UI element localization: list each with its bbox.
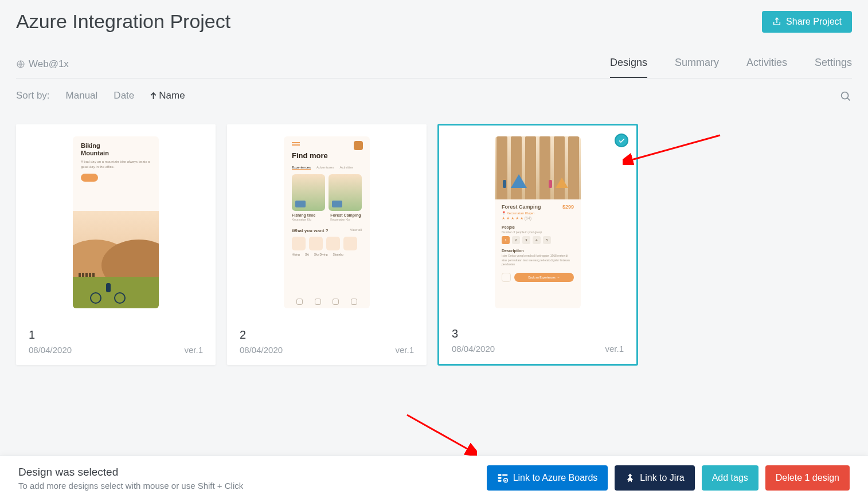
tab-summary[interactable]: Summary	[675, 57, 719, 78]
svg-rect-7	[498, 477, 501, 479]
svg-rect-9	[502, 474, 507, 476]
sort-manual[interactable]: Manual	[66, 90, 98, 101]
check-icon	[618, 137, 625, 144]
share-project-button[interactable]: Share Project	[762, 11, 852, 33]
svg-rect-6	[498, 474, 501, 476]
mock-blurb: A bad day on a mountain bike always beat…	[81, 159, 151, 169]
sort-name[interactable]: Name	[150, 90, 185, 101]
page-content: Azure Integration Project Share Project …	[0, 0, 868, 365]
platform-label: Web@1x	[29, 58, 69, 70]
design-version: ver.1	[605, 344, 624, 354]
favorite-icon	[502, 273, 511, 282]
sort-name-label: Name	[159, 90, 185, 101]
mock-cta-icon	[81, 174, 98, 182]
mock-title: Find more	[292, 151, 362, 160]
mock-bottom-nav	[291, 299, 363, 305]
link-azure-label: Link to Azure Boards	[513, 473, 598, 483]
link-jira-button[interactable]: Link to Jira	[615, 465, 694, 491]
design-date: 08/04/2020	[29, 345, 72, 355]
header-row: Azure Integration Project Share Project	[16, 0, 852, 37]
mock-chip-label: Sky Diving	[314, 253, 328, 256]
mock-hero-image	[495, 136, 581, 199]
design-card-1[interactable]: Biking Mountain A bad day on a mountain …	[16, 124, 216, 365]
tab-designs[interactable]: Designs	[610, 57, 647, 78]
link-jira-label: Link to Jira	[640, 473, 684, 483]
selection-hint: To add more designs select with mouse or…	[18, 481, 243, 491]
design-name: 2	[240, 328, 414, 342]
svg-rect-8	[498, 480, 501, 481]
svg-point-1	[842, 92, 849, 99]
design-date: 08/04/2020	[240, 345, 283, 355]
mock-chip-label: Ski	[305, 253, 309, 256]
jira-icon	[625, 473, 635, 483]
mock-section: People	[502, 225, 574, 229]
sort-row: Sort by: Manual Date Name	[16, 79, 852, 124]
design-thumbnail: Find more Experiences Adventures Activit…	[227, 124, 427, 320]
platform-indicator[interactable]: Web@1x	[16, 58, 69, 77]
design-name: 1	[29, 328, 203, 342]
svg-line-5	[407, 415, 470, 450]
star-icon: ★ ★ ★ ★ ★ (64)	[502, 216, 574, 221]
design-thumbnail: Biking Mountain A bad day on a mountain …	[16, 124, 216, 320]
search-icon[interactable]	[839, 90, 852, 103]
mock-price: $299	[562, 204, 574, 210]
design-date: 08/04/2020	[452, 344, 495, 354]
tab-settings[interactable]: Settings	[815, 57, 852, 78]
mock-caption: Fishing time	[292, 213, 315, 217]
selection-text: Design was selected To add more designs …	[18, 466, 243, 491]
mock-subtitle: Mountain	[81, 150, 109, 156]
mock-chip-label: Hiking	[292, 253, 300, 256]
mock-title: Forest Camping	[502, 204, 541, 210]
delete-label: Delete 1 design	[776, 473, 839, 483]
mock-caption: Forest Camping	[330, 213, 361, 217]
share-icon	[772, 17, 781, 26]
link-azure-boards-button[interactable]: Link to Azure Boards	[487, 465, 608, 491]
design-card-3[interactable]: Forest Camping $299 📍 Kecamatan Klojen ★…	[438, 124, 638, 365]
design-thumbnail: Forest Camping $299 📍 Kecamatan Klojen ★…	[439, 126, 636, 319]
mock-section: Description	[502, 249, 574, 253]
selection-title: Design was selected	[18, 466, 243, 479]
tabs-row: Web@1x Designs Summary Activities Settin…	[16, 57, 852, 79]
mock-sublabel: Number of people in your group	[502, 230, 574, 234]
project-title: Azure Integration Project	[16, 10, 230, 33]
cards-grid: Biking Mountain A bad day on a mountain …	[16, 124, 852, 365]
mock-location: Kecamatan Klojen	[507, 211, 535, 215]
hamburger-icon	[292, 142, 300, 143]
add-tags-label: Add tags	[712, 473, 748, 483]
globe-icon	[16, 60, 25, 69]
annotation-arrow	[402, 410, 477, 456]
mock-question: What you want ?	[292, 228, 329, 233]
tab-activities[interactable]: Activities	[746, 57, 787, 78]
mock-loc: Kecamatan Klo	[330, 218, 350, 221]
mock-chip-label: Skatebo	[333, 253, 343, 256]
avatar-icon	[354, 141, 363, 150]
tabs: Designs Summary Activities Settings	[610, 57, 852, 78]
sort-label: Sort by:	[16, 90, 50, 101]
arrow-up-icon	[150, 92, 157, 100]
design-version: ver.1	[184, 345, 203, 355]
mock-loc: Kecamatan Klo	[292, 218, 311, 221]
design-name: 3	[452, 327, 624, 340]
design-version: ver.1	[395, 345, 414, 355]
mock-tab: Activities	[339, 166, 353, 170]
mock-tab: Adventures	[316, 166, 334, 170]
mock-book-button: Book an Experiences →	[514, 273, 574, 282]
share-project-label: Share Project	[786, 17, 842, 27]
mock-tab: Experiences	[292, 166, 311, 170]
sort-date[interactable]: Date	[114, 90, 134, 101]
azure-boards-icon	[497, 472, 509, 484]
action-buttons: Link to Azure Boards Link to Jira Add ta…	[487, 465, 850, 491]
delete-designs-button[interactable]: Delete 1 design	[765, 465, 850, 491]
design-card-2[interactable]: Find more Experiences Adventures Activit…	[227, 124, 427, 365]
selection-action-bar: Design was selected To add more designs …	[0, 456, 868, 502]
mock-description: Istar Ombo yang berada di ketinggian 196…	[502, 254, 574, 267]
selected-badge[interactable]	[615, 134, 628, 147]
mock-illustration	[73, 211, 159, 308]
mock-title: Biking	[81, 142, 100, 149]
mock-viewall: View all	[350, 228, 362, 232]
add-tags-button[interactable]: Add tags	[702, 465, 758, 491]
